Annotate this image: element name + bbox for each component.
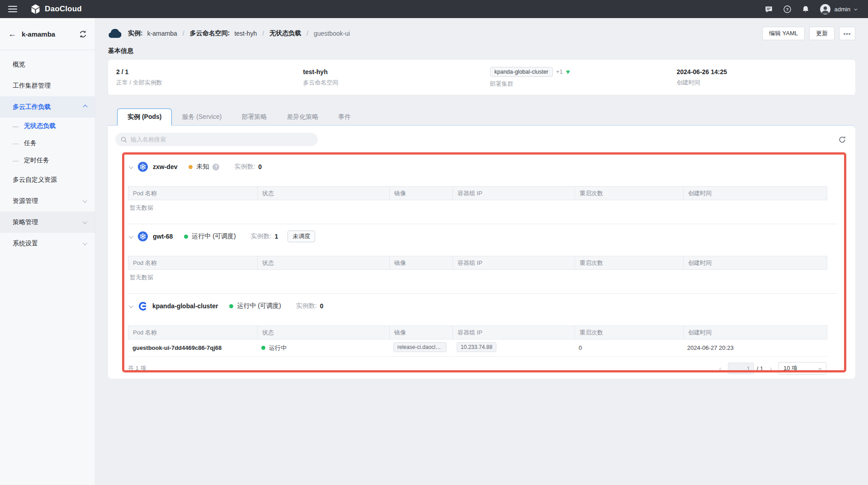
brand-logo[interactable]: DaoCloud — [30, 4, 82, 15]
collapse-chevron-icon[interactable] — [129, 164, 133, 169]
pods-table: Pod 名称 状态 镜像 容器组 IP 重启次数 创建时间 暂无数据 — [128, 256, 827, 285]
sidebar-cluster-name: k-amamba — [22, 30, 55, 38]
cluster-header[interactable]: kpanda-global-cluster 运行中 (可调度) 实例数: 0 — [128, 294, 837, 318]
sidebar-item-multicloud-workloads[interactable]: 多云工作负载 — [0, 96, 95, 118]
tab-service[interactable]: 服务 (Service) — [172, 108, 231, 126]
help-icon[interactable]: ? — [783, 5, 792, 14]
search-icon — [121, 137, 127, 143]
sidebar-item-policy-management[interactable]: 策略管理 — [0, 212, 95, 233]
refresh-icon[interactable] — [836, 134, 848, 146]
info-field-namespace: test-hyh 多云命名空间 — [295, 68, 481, 87]
pagination-total: 共 1 项 — [128, 364, 146, 372]
kubernetes-icon — [138, 231, 148, 241]
cloud-icon — [108, 29, 122, 38]
chevron-down-icon — [83, 220, 87, 224]
pods-table: Pod 名称 状态 镜像 容器组 IP 重启次数 创建时间 guestbook-… — [128, 325, 827, 375]
next-page-icon[interactable]: › — [769, 365, 773, 372]
sidebar-item-jobs[interactable]: —任务 — [0, 135, 95, 152]
page-number-input[interactable] — [728, 363, 754, 374]
more-actions-button[interactable]: ••• — [839, 27, 855, 40]
page-count: / 1 — [757, 365, 763, 372]
tab-events[interactable]: 事件 — [328, 108, 361, 126]
user-menu[interactable]: admin — [820, 4, 857, 15]
sidebar-nav: 概览 工作集群管理 多云工作负载 —无状态负载 —任务 —定时任务 多云自定义资… — [0, 50, 95, 254]
cluster-section-gwt-68: gwt-68 运行中 (可调度) 实例数: 1 未调度 Pod 名称 状态 — [128, 224, 837, 293]
collapse-chevron-icon[interactable] — [129, 303, 133, 308]
pagination: 共 1 项 ‹ / 1 › 10 项 — [128, 362, 826, 375]
health-heart-icon: ♥ — [566, 68, 570, 75]
breadcrumb-workload-name: guestbook-ui — [314, 30, 350, 37]
collapse-chevron-icon[interactable] — [129, 234, 133, 238]
sidebar-item-overview[interactable]: 概览 — [0, 54, 95, 75]
status-dot-unknown — [189, 165, 193, 169]
pod-ip-tag[interactable]: 10.233.74.88 — [457, 342, 496, 352]
sidebar-item-work-clusters[interactable]: 工作集群管理 — [0, 75, 95, 96]
cluster-name: zxw-dev — [153, 163, 177, 170]
sidebar-item-stateless-workloads[interactable]: —无状态负载 — [0, 118, 95, 135]
cluster-name: gwt-68 — [153, 233, 173, 240]
chevron-down-icon — [83, 241, 87, 245]
sidebar: ← k-amamba 概览 工作集群管理 多云工作负载 —无状态负载 —任务 —… — [0, 18, 95, 485]
info-field-instances: 2 / 1 正常 / 全部实例数 — [108, 68, 295, 87]
tab-diff-policy[interactable]: 差异化策略 — [277, 108, 328, 126]
cluster-status: 运行中 (可调度) — [229, 302, 281, 310]
status-dot-running — [229, 304, 233, 308]
cluster-header[interactable]: zxw-dev 未知 ? 实例数: 0 — [128, 155, 837, 179]
restart-count: 0 — [574, 344, 683, 351]
notifications-bell-icon[interactable] — [802, 5, 810, 14]
cluster-status: 未知 ? — [189, 163, 219, 171]
info-field-clusters: kpanda-global-cluster +1 ♥ 部署集群 — [482, 67, 669, 88]
svg-text:?: ? — [786, 6, 788, 11]
pod-name-link[interactable]: guestbook-ui-7dd4469c86-7qj68 — [128, 344, 257, 351]
tab-bar: 实例 (Pods) 服务 (Service) 部署策略 差异化策略 事件 — [117, 108, 855, 126]
breadcrumb-namespace[interactable]: test-hyh — [234, 30, 257, 37]
image-tag[interactable]: release-ci.daoclou... — [393, 342, 447, 352]
search-box[interactable] — [115, 133, 318, 146]
cluster-header[interactable]: gwt-68 运行中 (可调度) 实例数: 1 未调度 — [128, 224, 837, 249]
table-header-row: Pod 名称 状态 镜像 容器组 IP 重启次数 创建时间 — [128, 256, 827, 270]
update-button[interactable]: 更新 — [809, 27, 835, 40]
page-size-select[interactable]: 10 项 — [778, 362, 826, 375]
unscheduled-tag: 未调度 — [288, 231, 315, 242]
tab-pods[interactable]: 实例 (Pods) — [117, 108, 172, 126]
cluster-extra-count[interactable]: +1 — [556, 68, 563, 75]
menu-toggle-icon[interactable] — [8, 6, 17, 12]
breadcrumb-namespace-label: 多云命名空间: — [190, 29, 230, 38]
cluster-name: kpanda-global-cluster — [152, 302, 218, 310]
main-content: 实例: k-amamba / 多云命名空间: test-hyh / 无状态负载 … — [95, 0, 868, 379]
tab-deploy-policy[interactable]: 部署策略 — [231, 108, 277, 126]
dash-icon: — — [13, 123, 19, 130]
brand-name: DaoCloud — [45, 5, 82, 14]
breadcrumb-instance[interactable]: k-amamba — [147, 30, 177, 37]
kubernetes-icon — [138, 162, 148, 172]
prev-page-icon[interactable]: ‹ — [718, 365, 722, 372]
messages-icon[interactable] — [764, 5, 773, 14]
cluster-tag[interactable]: kpanda-global-cluster — [490, 67, 553, 77]
cluster-switch-icon[interactable] — [79, 30, 87, 38]
status-help-icon[interactable]: ? — [212, 164, 219, 170]
sidebar-item-cronjobs[interactable]: —定时任务 — [0, 152, 95, 169]
sidebar-header: ← k-amamba — [0, 18, 95, 50]
basic-info-card: 2 / 1 正常 / 全部实例数 test-hyh 多云命名空间 kpanda-… — [108, 60, 855, 95]
dash-icon: — — [13, 157, 19, 164]
search-input[interactable] — [131, 136, 312, 143]
sidebar-item-resource-management[interactable]: 资源管理 — [0, 190, 95, 212]
cluster-status: 运行中 (可调度) — [184, 232, 236, 240]
edit-yaml-button[interactable]: 编辑 YAML — [762, 27, 805, 40]
pod-row: guestbook-ui-7dd4469c86-7qj68 运行中 releas… — [128, 339, 827, 357]
pods-table: Pod 名称 状态 镜像 容器组 IP 重启次数 创建时间 暂无数据 — [128, 186, 827, 216]
sidebar-item-system-settings[interactable]: 系统设置 — [0, 233, 95, 254]
chevron-down-icon — [83, 198, 87, 203]
info-field-created: 2024-06-26 14:25 创建时间 — [669, 68, 855, 87]
cluster-sections: zxw-dev 未知 ? 实例数: 0 Pod 名称 状态 — [128, 154, 837, 383]
back-arrow-icon[interactable]: ← — [8, 30, 16, 38]
breadcrumb: 实例: k-amamba / 多云命名空间: test-hyh / 无状态负载 … — [108, 29, 350, 38]
cluster-section-zxw-dev: zxw-dev 未知 ? 实例数: 0 Pod 名称 状态 — [128, 154, 837, 224]
dce-cluster-icon — [138, 301, 147, 311]
sidebar-item-custom-resources[interactable]: 多云自定义资源 — [0, 169, 95, 190]
breadcrumb-workload-type[interactable]: 无状态负载 — [269, 29, 301, 38]
dash-icon: — — [13, 140, 19, 147]
breadcrumb-instance-label: 实例: — [128, 29, 143, 38]
username: admin — [835, 6, 850, 13]
chevron-down-icon — [818, 367, 821, 370]
